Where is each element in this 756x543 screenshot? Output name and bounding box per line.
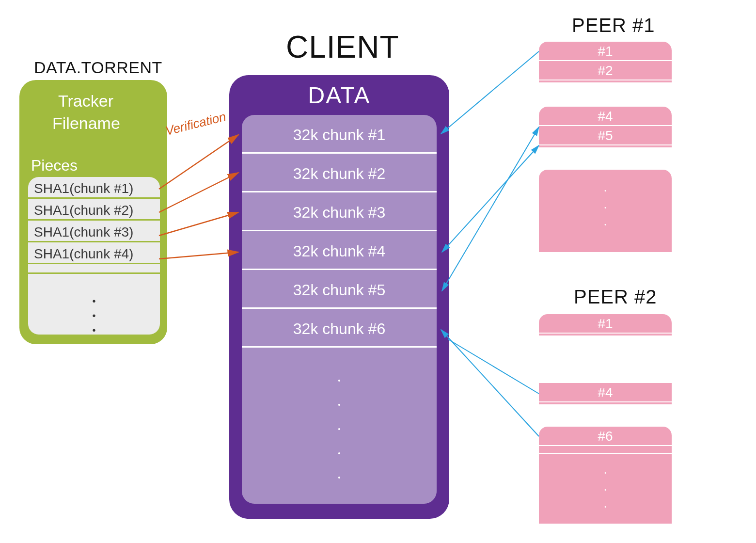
peer1-ellipsis: ••• <box>539 170 672 252</box>
filename-label: Filename <box>52 114 120 133</box>
data-box: 32k chunk #1 32k chunk #2 32k chunk #3 3… <box>242 115 437 504</box>
transfer-arrow <box>442 127 539 291</box>
sha-row: SHA1(chunk #1) <box>28 177 160 199</box>
pieces-box: SHA1(chunk #1) SHA1(chunk #2) SHA1(chunk… <box>28 177 160 335</box>
chunk-row: 32k chunk #3 <box>242 192 437 231</box>
transfer-arrow <box>441 330 539 436</box>
ellipsis-icon: ••• <box>28 274 160 332</box>
peer2-block3: #6 ••• <box>539 427 672 524</box>
chunk-row: 32k chunk #5 <box>242 270 437 309</box>
ellipsis-icon: ••• <box>539 454 672 510</box>
peer-row: #1 <box>539 314 672 334</box>
peer-row: #4 <box>539 107 672 126</box>
peer-row: #2 <box>539 61 672 80</box>
transfer-arrow <box>442 145 539 252</box>
data-title: DATA <box>229 82 449 109</box>
sha-row: SHA1(chunk #2) <box>28 199 160 221</box>
peer1-block1: #1 #2 <box>539 42 672 82</box>
chunk-row: 32k chunk #2 <box>242 154 437 192</box>
peer-row: #6 <box>539 427 672 446</box>
pieces-title: Pieces <box>31 157 78 175</box>
verify-arrow-2 <box>159 173 238 212</box>
peer-row: #1 <box>539 42 672 61</box>
peer2-block1: #1 <box>539 314 672 335</box>
peer2-block2: #4 <box>539 383 672 404</box>
peer1-block2: #4 #5 <box>539 107 672 147</box>
chunk-row: 32k chunk #1 <box>242 115 437 154</box>
sha-row-empty <box>28 264 160 274</box>
sha-row: SHA1(chunk #3) <box>28 221 160 242</box>
peer-row: #4 <box>539 383 672 402</box>
client-box: DATA 32k chunk #1 32k chunk #2 32k chunk… <box>229 75 449 519</box>
ellipsis-icon: ••••• <box>242 348 437 481</box>
peer2-title: PEER #2 <box>574 286 657 308</box>
transfer-line <box>448 339 539 394</box>
chunk-row: 32k chunk #4 <box>242 231 437 270</box>
peer-row: #5 <box>539 126 672 145</box>
client-title: CLIENT <box>286 29 399 65</box>
peer-row-empty <box>539 446 672 454</box>
verification-label: Verification <box>164 109 227 139</box>
transfer-arrow <box>441 51 539 134</box>
tracker-label: Tracker <box>58 92 113 111</box>
torrent-title: DATA.TORRENT <box>34 58 162 77</box>
verify-arrow-4 <box>159 252 238 259</box>
verify-arrow-3 <box>159 212 238 236</box>
torrent-box: Tracker Filename Pieces SHA1(chunk #1) S… <box>19 80 167 344</box>
peer1-title: PEER #1 <box>572 15 655 36</box>
sha-row: SHA1(chunk #4) <box>28 242 160 264</box>
verify-arrow-1 <box>159 135 238 189</box>
chunk-row: 32k chunk #6 <box>242 309 437 348</box>
